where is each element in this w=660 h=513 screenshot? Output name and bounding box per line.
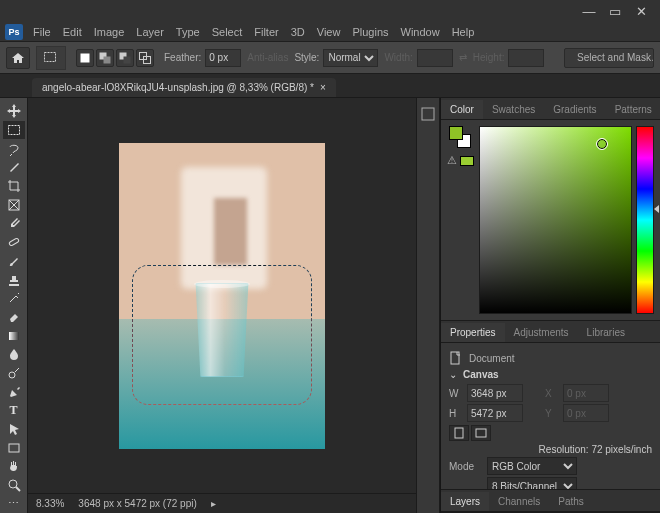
hand-icon — [7, 459, 21, 473]
menu-file[interactable]: File — [27, 24, 57, 40]
frame-tool[interactable] — [3, 196, 25, 214]
rectangular-marquee-tool[interactable] — [3, 121, 25, 139]
bit-depth-select[interactable]: 8 Bits/Channel — [487, 477, 577, 490]
style-label: Style: — [294, 52, 319, 63]
w-label: W — [449, 388, 461, 399]
tab-swatches[interactable]: Swatches — [483, 100, 544, 119]
zoom-readout[interactable]: 8.33% — [36, 498, 64, 509]
canvas-height-input[interactable] — [467, 404, 523, 422]
home-button[interactable] — [6, 47, 30, 69]
tab-channels[interactable]: Channels — [489, 492, 549, 511]
hand-tool[interactable] — [3, 458, 25, 476]
status-chevron-icon[interactable]: ▸ — [211, 498, 216, 509]
tab-properties[interactable]: Properties — [441, 323, 505, 342]
tab-patterns[interactable]: Patterns — [606, 100, 660, 119]
history-brush-tool[interactable] — [3, 289, 25, 307]
menu-filter[interactable]: Filter — [248, 24, 284, 40]
canvas-x-input — [563, 384, 609, 402]
gamut-color-chip[interactable] — [460, 156, 474, 166]
svg-rect-5 — [124, 56, 131, 63]
tab-gradients[interactable]: Gradients — [544, 100, 605, 119]
move-tool[interactable] — [3, 103, 25, 121]
document-canvas[interactable] — [119, 143, 325, 449]
doc-info-readout[interactable]: 3648 px x 5472 px (72 ppi) — [78, 498, 196, 509]
color-field[interactable] — [479, 126, 632, 314]
menu-view[interactable]: View — [311, 24, 347, 40]
svg-rect-14 — [9, 332, 19, 340]
collapsed-panel-icon[interactable] — [420, 106, 436, 122]
selection-intersect-button[interactable] — [136, 49, 154, 67]
object-selection-tool[interactable] — [3, 159, 25, 177]
tab-adjustments[interactable]: Adjustments — [505, 323, 578, 342]
svg-rect-13 — [8, 238, 19, 246]
ellipsis-icon: ⋯ — [8, 497, 19, 510]
zoom-tool[interactable] — [3, 476, 25, 494]
move-icon — [7, 104, 21, 118]
canvas-width-input[interactable] — [467, 384, 523, 402]
eyedropper-tool[interactable] — [3, 215, 25, 233]
tool-preset-picker[interactable] — [36, 46, 66, 70]
selection-add-button[interactable] — [96, 49, 114, 67]
menu-3d[interactable]: 3D — [285, 24, 311, 40]
tab-paths[interactable]: Paths — [549, 492, 593, 511]
menu-help[interactable]: Help — [446, 24, 481, 40]
dodge-icon — [7, 366, 21, 380]
orientation-portrait-button[interactable] — [449, 425, 469, 441]
menu-type[interactable]: Type — [170, 24, 206, 40]
type-icon: T — [9, 403, 17, 418]
healing-brush-tool[interactable] — [3, 233, 25, 251]
drop-icon — [7, 347, 21, 361]
window-close-button[interactable]: ✕ — [628, 2, 654, 20]
tab-libraries[interactable]: Libraries — [578, 323, 634, 342]
gradient-tool[interactable] — [3, 327, 25, 345]
menu-window[interactable]: Window — [395, 24, 446, 40]
document-tab[interactable]: angelo-abear-lO8XRikqJU4-unsplash.jpg @ … — [32, 78, 336, 97]
tab-layers[interactable]: Layers — [441, 492, 489, 511]
style-select[interactable]: Normal — [323, 49, 378, 67]
type-tool[interactable]: T — [3, 402, 25, 420]
clone-stamp-tool[interactable] — [3, 271, 25, 289]
gradient-icon — [7, 329, 21, 343]
hue-slider[interactable] — [636, 126, 654, 314]
selection-new-button[interactable] — [76, 49, 94, 67]
menu-image[interactable]: Image — [88, 24, 131, 40]
canvas-viewport[interactable] — [28, 98, 416, 493]
selection-subtract-button[interactable] — [116, 49, 134, 67]
width-input — [417, 49, 453, 67]
dodge-tool[interactable] — [3, 364, 25, 382]
feather-input[interactable] — [205, 49, 241, 67]
window-maximize-button[interactable]: ▭ — [602, 2, 628, 20]
select-mask-label: Select and Mask… — [577, 52, 654, 63]
tab-color[interactable]: Color — [441, 100, 483, 119]
brush-tool[interactable] — [3, 252, 25, 270]
gamut-warning-icon[interactable]: ⚠ — [447, 154, 457, 167]
crop-tool[interactable] — [3, 177, 25, 195]
x-label: X — [545, 388, 557, 399]
menu-edit[interactable]: Edit — [57, 24, 88, 40]
color-mode-select[interactable]: RGB Color — [487, 457, 577, 475]
blur-tool[interactable] — [3, 345, 25, 363]
menu-select[interactable]: Select — [206, 24, 249, 40]
menu-layer[interactable]: Layer — [130, 24, 170, 40]
tools-panel: T ⋯ — [0, 98, 28, 513]
layers-panel: Layers Channels Paths — [441, 490, 660, 513]
lasso-tool[interactable] — [3, 140, 25, 158]
edit-toolbar-button[interactable]: ⋯ — [3, 495, 25, 513]
zoom-icon — [7, 478, 21, 492]
select-and-mask-button[interactable]: Select and Mask… — [564, 48, 654, 68]
path-selection-tool[interactable] — [3, 420, 25, 438]
orientation-landscape-button[interactable] — [471, 425, 491, 441]
close-tab-icon[interactable]: × — [320, 82, 326, 93]
window-minimize-button[interactable]: — — [576, 2, 602, 20]
fg-bg-swatch[interactable] — [449, 126, 471, 148]
collapsed-dock — [416, 98, 440, 513]
menu-plugins[interactable]: Plugins — [346, 24, 394, 40]
pen-tool[interactable] — [3, 383, 25, 401]
canvas-section-header[interactable]: ⌄ Canvas — [449, 369, 652, 380]
rectangle-tool[interactable] — [3, 439, 25, 457]
properties-panel-tabs: Properties Adjustments Libraries — [441, 321, 660, 343]
feather-label: Feather: — [164, 52, 201, 63]
crop-icon — [7, 179, 21, 193]
portrait-icon — [454, 427, 464, 439]
eraser-tool[interactable] — [3, 308, 25, 326]
